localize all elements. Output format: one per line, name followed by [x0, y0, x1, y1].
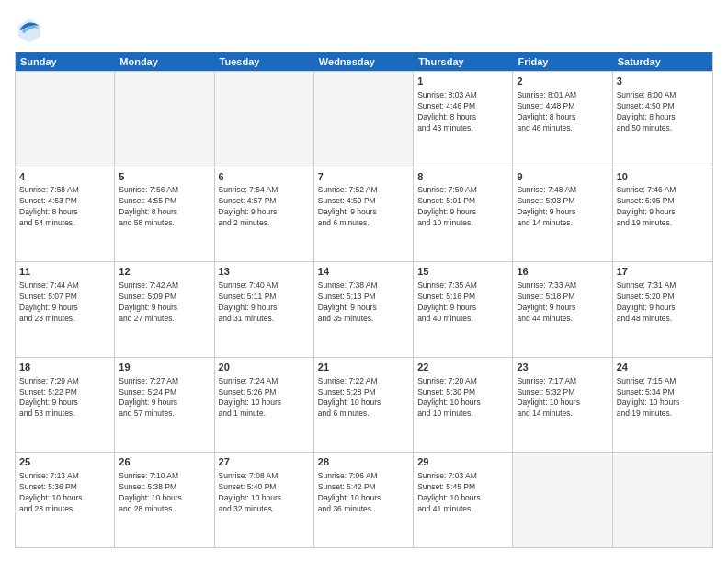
cell-date: 2 — [517, 75, 608, 88]
calendar-cell: 20Sunrise: 7:24 AM Sunset: 5:26 PM Dayli… — [215, 358, 314, 453]
cell-date: 23 — [517, 361, 608, 374]
cell-date: 3 — [617, 75, 709, 88]
logo-icon — [15, 15, 44, 44]
cell-date: 7 — [318, 170, 409, 184]
cell-date: 14 — [318, 265, 409, 279]
calendar-cell: 3Sunrise: 8:00 AM Sunset: 4:50 PM Daylig… — [613, 72, 712, 167]
cell-info: Sunrise: 7:40 AM Sunset: 5:11 PM Dayligh… — [219, 281, 310, 325]
calendar-cell: 6Sunrise: 7:54 AM Sunset: 4:57 PM Daylig… — [215, 167, 314, 262]
cell-date: 6 — [219, 170, 310, 184]
cell-date: 27 — [219, 455, 310, 469]
cell-info: Sunrise: 7:20 AM Sunset: 5:30 PM Dayligh… — [417, 376, 508, 420]
cell-date: 17 — [617, 265, 709, 279]
calendar-cell: 13Sunrise: 7:40 AM Sunset: 5:11 PM Dayli… — [215, 262, 314, 357]
calendar-cell: 18Sunrise: 7:29 AM Sunset: 5:22 PM Dayli… — [16, 358, 115, 453]
weekday-header-saturday: Saturday — [613, 52, 712, 71]
cell-info: Sunrise: 7:15 AM Sunset: 5:34 PM Dayligh… — [617, 376, 709, 420]
cell-info: Sunrise: 7:33 AM Sunset: 5:18 PM Dayligh… — [517, 281, 608, 325]
calendar-cell: 7Sunrise: 7:52 AM Sunset: 4:59 PM Daylig… — [314, 167, 414, 262]
calendar: SundayMondayTuesdayWednesdayThursdayFrid… — [15, 52, 713, 548]
calendar-row-0: 1Sunrise: 8:03 AM Sunset: 4:46 PM Daylig… — [16, 71, 712, 167]
cell-date: 11 — [19, 265, 110, 279]
cell-info: Sunrise: 7:13 AM Sunset: 5:36 PM Dayligh… — [19, 471, 110, 515]
calendar-row-2: 11Sunrise: 7:44 AM Sunset: 5:07 PM Dayli… — [16, 261, 712, 357]
cell-info: Sunrise: 7:46 AM Sunset: 5:05 PM Dayligh… — [617, 185, 709, 229]
calendar-cell: 4Sunrise: 7:58 AM Sunset: 4:53 PM Daylig… — [16, 167, 115, 262]
cell-date: 4 — [19, 170, 110, 184]
cell-info: Sunrise: 7:27 AM Sunset: 5:24 PM Dayligh… — [119, 376, 210, 420]
cell-info: Sunrise: 7:48 AM Sunset: 5:03 PM Dayligh… — [517, 185, 608, 229]
cell-info: Sunrise: 7:56 AM Sunset: 4:55 PM Dayligh… — [119, 185, 210, 229]
cell-date: 1 — [417, 75, 508, 88]
cell-info: Sunrise: 8:03 AM Sunset: 4:46 PM Dayligh… — [417, 90, 508, 134]
cell-info: Sunrise: 7:44 AM Sunset: 5:07 PM Dayligh… — [19, 281, 110, 325]
cell-date: 18 — [19, 361, 110, 374]
calendar-header: SundayMondayTuesdayWednesdayThursdayFrid… — [16, 52, 712, 71]
cell-info: Sunrise: 8:00 AM Sunset: 4:50 PM Dayligh… — [617, 90, 709, 134]
cell-info: Sunrise: 7:52 AM Sunset: 4:59 PM Dayligh… — [318, 185, 409, 229]
logo — [15, 15, 48, 44]
cell-date: 15 — [417, 265, 508, 279]
cell-info: Sunrise: 7:42 AM Sunset: 5:09 PM Dayligh… — [119, 281, 210, 325]
cell-date: 16 — [517, 265, 608, 279]
calendar-cell: 14Sunrise: 7:38 AM Sunset: 5:13 PM Dayli… — [314, 262, 414, 357]
weekday-header-monday: Monday — [115, 52, 214, 71]
calendar-cell: 9Sunrise: 7:48 AM Sunset: 5:03 PM Daylig… — [513, 167, 612, 262]
cell-date: 25 — [19, 455, 110, 469]
calendar-cell: 2Sunrise: 8:01 AM Sunset: 4:48 PM Daylig… — [513, 72, 612, 167]
page: SundayMondayTuesdayWednesdayThursdayFrid… — [0, 0, 728, 563]
calendar-body: 1Sunrise: 8:03 AM Sunset: 4:46 PM Daylig… — [16, 71, 712, 547]
calendar-cell — [314, 72, 414, 167]
calendar-row-1: 4Sunrise: 7:58 AM Sunset: 4:53 PM Daylig… — [16, 167, 712, 262]
calendar-cell: 25Sunrise: 7:13 AM Sunset: 5:36 PM Dayli… — [16, 453, 115, 547]
cell-info: Sunrise: 7:50 AM Sunset: 5:01 PM Dayligh… — [417, 185, 508, 229]
calendar-row-3: 18Sunrise: 7:29 AM Sunset: 5:22 PM Dayli… — [16, 357, 712, 453]
calendar-cell: 15Sunrise: 7:35 AM Sunset: 5:16 PM Dayli… — [414, 262, 513, 357]
weekday-header-wednesday: Wednesday — [314, 52, 414, 71]
cell-date: 5 — [119, 170, 210, 184]
calendar-row-4: 25Sunrise: 7:13 AM Sunset: 5:36 PM Dayli… — [16, 452, 712, 547]
calendar-cell: 23Sunrise: 7:17 AM Sunset: 5:32 PM Dayli… — [513, 358, 612, 453]
weekday-header-sunday: Sunday — [16, 52, 115, 71]
cell-info: Sunrise: 7:38 AM Sunset: 5:13 PM Dayligh… — [318, 281, 409, 325]
cell-date: 13 — [219, 265, 310, 279]
calendar-cell — [115, 72, 214, 167]
calendar-cell: 8Sunrise: 7:50 AM Sunset: 5:01 PM Daylig… — [414, 167, 513, 262]
cell-info: Sunrise: 8:01 AM Sunset: 4:48 PM Dayligh… — [517, 90, 608, 134]
calendar-cell: 1Sunrise: 8:03 AM Sunset: 4:46 PM Daylig… — [414, 72, 513, 167]
cell-date: 10 — [617, 170, 709, 184]
cell-date: 26 — [119, 455, 210, 469]
calendar-cell: 11Sunrise: 7:44 AM Sunset: 5:07 PM Dayli… — [16, 262, 115, 357]
calendar-cell — [513, 453, 612, 547]
svg-marker-0 — [18, 18, 40, 42]
calendar-cell: 27Sunrise: 7:08 AM Sunset: 5:40 PM Dayli… — [215, 453, 314, 547]
cell-info: Sunrise: 7:22 AM Sunset: 5:28 PM Dayligh… — [318, 376, 409, 420]
cell-date: 29 — [417, 455, 508, 469]
cell-info: Sunrise: 7:06 AM Sunset: 5:42 PM Dayligh… — [318, 471, 409, 515]
calendar-cell: 5Sunrise: 7:56 AM Sunset: 4:55 PM Daylig… — [115, 167, 214, 262]
calendar-cell: 28Sunrise: 7:06 AM Sunset: 5:42 PM Dayli… — [314, 453, 414, 547]
calendar-cell: 22Sunrise: 7:20 AM Sunset: 5:30 PM Dayli… — [414, 358, 513, 453]
calendar-cell: 17Sunrise: 7:31 AM Sunset: 5:20 PM Dayli… — [613, 262, 712, 357]
calendar-cell: 29Sunrise: 7:03 AM Sunset: 5:45 PM Dayli… — [414, 453, 513, 547]
cell-info: Sunrise: 7:54 AM Sunset: 4:57 PM Dayligh… — [219, 185, 310, 229]
cell-date: 21 — [318, 361, 409, 374]
calendar-cell: 10Sunrise: 7:46 AM Sunset: 5:05 PM Dayli… — [613, 167, 712, 262]
cell-date: 22 — [417, 361, 508, 374]
calendar-cell: 24Sunrise: 7:15 AM Sunset: 5:34 PM Dayli… — [613, 358, 712, 453]
calendar-cell — [613, 453, 712, 547]
calendar-cell: 12Sunrise: 7:42 AM Sunset: 5:09 PM Dayli… — [115, 262, 214, 357]
cell-date: 19 — [119, 361, 210, 374]
cell-date: 9 — [517, 170, 608, 184]
cell-date: 12 — [119, 265, 210, 279]
cell-info: Sunrise: 7:17 AM Sunset: 5:32 PM Dayligh… — [517, 376, 608, 420]
cell-info: Sunrise: 7:58 AM Sunset: 4:53 PM Dayligh… — [19, 185, 110, 229]
calendar-cell: 16Sunrise: 7:33 AM Sunset: 5:18 PM Dayli… — [513, 262, 612, 357]
weekday-header-thursday: Thursday — [414, 52, 513, 71]
calendar-cell: 21Sunrise: 7:22 AM Sunset: 5:28 PM Dayli… — [314, 358, 414, 453]
calendar-cell — [215, 72, 314, 167]
cell-date: 20 — [219, 361, 310, 374]
calendar-cell — [16, 72, 115, 167]
cell-date: 24 — [617, 361, 709, 374]
calendar-cell: 19Sunrise: 7:27 AM Sunset: 5:24 PM Dayli… — [115, 358, 214, 453]
